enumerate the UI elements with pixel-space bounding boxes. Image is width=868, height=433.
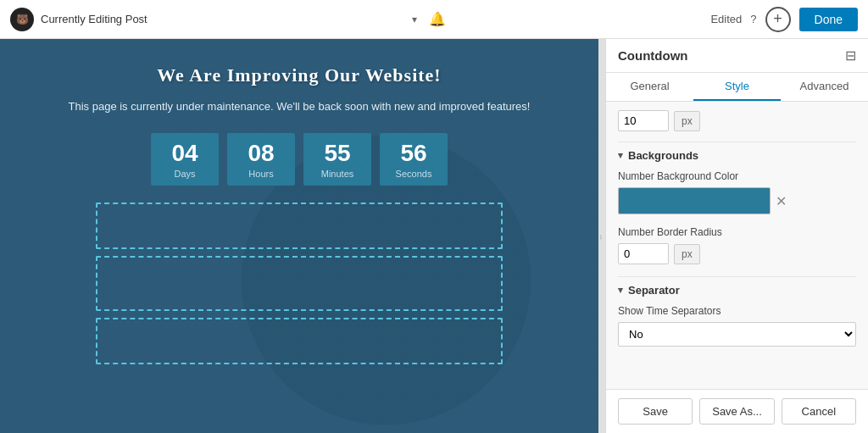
backgrounds-label: Backgrounds — [628, 149, 698, 162]
days-number: 04 — [171, 142, 198, 165]
panel-title: Countdown — [618, 48, 687, 63]
tab-general[interactable]: General — [606, 73, 693, 101]
save-button[interactable]: Save — [618, 398, 693, 425]
spacing-row: px — [618, 110, 856, 131]
done-button[interactable]: Done — [799, 8, 858, 31]
border-radius-row: px — [618, 243, 856, 264]
chevron-down-icon-2: ▾ — [618, 285, 623, 296]
backgrounds-section-header[interactable]: ▾ Backgrounds — [618, 149, 856, 162]
tab-style[interactable]: Style — [693, 73, 781, 101]
separator-section-header[interactable]: ▾ Separator — [618, 284, 856, 297]
preview-content: We Are Improving Our Website! This page … — [0, 39, 598, 433]
save-as-button[interactable]: Save As... — [699, 398, 774, 425]
countdown-days: 04 Days — [151, 133, 219, 186]
topbar-left: 🐻 Currently Editing Post — [10, 8, 147, 31]
hours-number: 08 — [248, 142, 274, 165]
countdown-seconds: 56 Seconds — [380, 133, 448, 186]
separator-select[interactable]: No Yes — [618, 322, 856, 347]
days-label: Days — [174, 169, 195, 179]
placeholder-block-3[interactable] — [96, 318, 503, 364]
chevron-down-icon: ▾ — [618, 150, 623, 161]
spacing-unit: px — [674, 111, 700, 131]
show-separators-label: Show Time Separators — [618, 305, 856, 317]
placeholder-block-1[interactable] — [96, 203, 503, 249]
countdown-minutes: 55 Minutes — [303, 133, 371, 186]
edited-status: Edited — [710, 13, 742, 25]
preview-subtitle: This page is currently under maintenance… — [69, 98, 531, 116]
tab-advanced[interactable]: Advanced — [781, 73, 868, 101]
border-radius-input[interactable] — [618, 243, 669, 264]
color-swatch-row: ✕ — [618, 187, 856, 214]
border-radius-unit: px — [674, 244, 700, 264]
color-clear-icon[interactable]: ✕ — [776, 193, 787, 209]
divider-2 — [618, 276, 856, 277]
minutes-label: Minutes — [321, 169, 354, 179]
border-radius-label: Number Border Radius — [618, 226, 856, 238]
separator-label: Separator — [628, 284, 680, 297]
seconds-label: Seconds — [396, 169, 432, 179]
topbar-right: Edited ? + Done — [710, 7, 858, 32]
placeholder-block-2[interactable] — [96, 256, 503, 311]
right-panel: Countdown ⊟ General Style Advanced px ▾ … — [605, 39, 868, 433]
divider-1 — [618, 142, 856, 142]
panel-drag-handle[interactable]: ··· — [598, 39, 605, 433]
panel-body: px ▾ Backgrounds Number Background Color… — [606, 102, 868, 389]
bell-icon[interactable]: 🔔 — [429, 11, 446, 27]
preview-title: We Are Improving Our Website! — [157, 64, 441, 86]
help-icon[interactable]: ? — [750, 13, 756, 25]
site-icon: 🐻 — [10, 8, 34, 31]
countdown-hours: 08 Hours — [227, 133, 295, 186]
countdown-row: 04 Days 08 Hours 55 Minutes 56 Seconds — [151, 133, 448, 186]
number-bg-color-label: Number Background Color — [618, 170, 856, 182]
panel-tabs: General Style Advanced — [606, 73, 868, 102]
add-block-button[interactable]: + — [765, 7, 791, 32]
hours-label: Hours — [248, 169, 273, 179]
panel-header: Countdown ⊟ — [606, 39, 868, 73]
panel-footer: Save Save As... Cancel — [606, 389, 868, 433]
main-layout: We Are Improving Our Website! This page … — [0, 39, 868, 433]
number-bg-color-swatch[interactable] — [618, 187, 771, 214]
minutes-number: 55 — [324, 142, 350, 165]
minimize-icon[interactable]: ⊟ — [845, 47, 856, 64]
preview-area: We Are Improving Our Website! This page … — [0, 39, 598, 433]
topbar: 🐻 Currently Editing Post ▾ 🔔 Edited ? + … — [0, 0, 868, 39]
seconds-number: 56 — [400, 142, 426, 165]
topbar-center: ▾ 🔔 — [412, 11, 446, 27]
chevron-down-icon[interactable]: ▾ — [412, 14, 417, 25]
site-name: Currently Editing Post — [41, 13, 147, 25]
spacing-input[interactable] — [618, 110, 669, 131]
cancel-button[interactable]: Cancel — [782, 398, 856, 425]
